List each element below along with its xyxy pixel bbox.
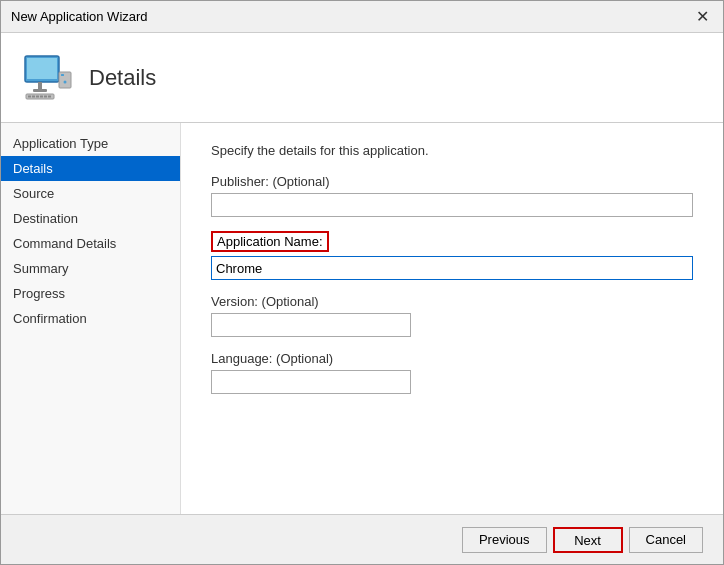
close-button[interactable]: ✕: [692, 7, 713, 26]
svg-point-6: [64, 80, 67, 83]
sidebar-item-command-details[interactable]: Command Details: [1, 231, 180, 256]
svg-rect-12: [44, 95, 47, 97]
content-area: Application Type Details Source Destinat…: [1, 123, 723, 514]
svg-rect-10: [36, 95, 39, 97]
language-group: Language: (Optional): [211, 351, 693, 394]
application-wizard-window: New Application Wizard ✕: [0, 0, 724, 565]
svg-rect-1: [27, 58, 57, 79]
sidebar-item-progress[interactable]: Progress: [1, 281, 180, 306]
sidebar-item-confirmation[interactable]: Confirmation: [1, 306, 180, 331]
svg-rect-13: [48, 95, 51, 97]
sidebar-item-details[interactable]: Details: [1, 156, 180, 181]
application-name-group: Application Name:: [211, 231, 693, 280]
publisher-label: Publisher: (Optional): [211, 174, 693, 189]
publisher-input[interactable]: [211, 193, 693, 217]
footer: Previous Next Cancel: [1, 514, 723, 564]
main-content: Specify the details for this application…: [181, 123, 723, 514]
sidebar-item-destination[interactable]: Destination: [1, 206, 180, 231]
previous-button[interactable]: Previous: [462, 527, 547, 553]
version-label: Version: (Optional): [211, 294, 693, 309]
svg-rect-3: [33, 89, 47, 92]
svg-rect-11: [40, 95, 43, 97]
svg-rect-4: [59, 72, 71, 88]
sidebar: Application Type Details Source Destinat…: [1, 123, 181, 514]
version-input[interactable]: [211, 313, 411, 337]
title-bar: New Application Wizard ✕: [1, 1, 723, 33]
svg-rect-2: [38, 82, 42, 90]
version-group: Version: (Optional): [211, 294, 693, 337]
language-input[interactable]: [211, 370, 411, 394]
svg-rect-5: [61, 74, 64, 76]
computer-svg-icon: [21, 52, 73, 104]
application-name-label: Application Name:: [211, 231, 329, 252]
sidebar-item-source[interactable]: Source: [1, 181, 180, 206]
next-button[interactable]: Next: [553, 527, 623, 553]
svg-rect-8: [28, 95, 31, 97]
sidebar-item-application-type[interactable]: Application Type: [1, 131, 180, 156]
page-title: Details: [89, 65, 156, 91]
header-icon: [21, 52, 73, 104]
sidebar-item-summary[interactable]: Summary: [1, 256, 180, 281]
application-name-input[interactable]: [211, 256, 693, 280]
svg-rect-9: [32, 95, 35, 97]
publisher-group: Publisher: (Optional): [211, 174, 693, 217]
window-title: New Application Wizard: [11, 9, 148, 24]
language-label: Language: (Optional): [211, 351, 693, 366]
description-text: Specify the details for this application…: [211, 143, 693, 158]
header-area: Details: [1, 33, 723, 123]
cancel-button[interactable]: Cancel: [629, 527, 703, 553]
